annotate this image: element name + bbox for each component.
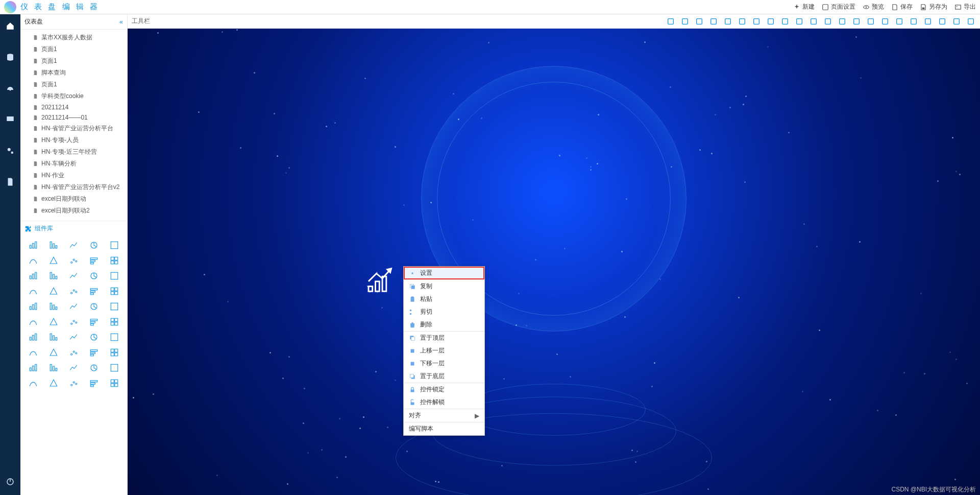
component-item[interactable] — [23, 315, 43, 329]
ctx-to-back[interactable]: 置于底层 — [404, 370, 484, 383]
ctx-unlock[interactable]: 控件解锁 — [404, 396, 484, 409]
component-item[interactable] — [44, 299, 63, 314]
tree-item[interactable]: HN·省管产业运营分析平台v2 — [20, 181, 127, 193]
component-item[interactable] — [23, 299, 43, 314]
pencil-button[interactable] — [666, 16, 676, 27]
collapse-sidebar-button[interactable]: « — [119, 18, 123, 26]
component-item[interactable] — [105, 330, 124, 344]
ctx-script[interactable]: 编写脚本 — [404, 422, 484, 435]
tree-item[interactable]: 20211214 — [20, 102, 127, 112]
tree-item[interactable]: HN·作业 — [20, 170, 127, 181]
back-button[interactable] — [880, 16, 890, 27]
component-item[interactable] — [105, 238, 124, 252]
export-button[interactable]: 导出 — [954, 3, 976, 11]
nav-data[interactable] — [6, 53, 15, 63]
tree-item[interactable]: 脚本查询 — [20, 67, 127, 79]
nav-home[interactable] — [6, 21, 15, 32]
delete-button[interactable] — [808, 16, 819, 27]
component-item[interactable] — [64, 361, 84, 375]
zoom-out-button[interactable] — [794, 16, 804, 27]
component-item[interactable] — [105, 315, 124, 329]
tree-item[interactable]: excel日期列联动2 — [20, 205, 127, 217]
component-item[interactable] — [44, 345, 63, 360]
copy-button[interactable] — [708, 16, 719, 27]
component-item[interactable] — [64, 315, 84, 329]
component-item[interactable] — [84, 315, 104, 329]
ctx-copy[interactable]: 复制 — [404, 280, 484, 293]
tree-item[interactable]: HN·专项-人员 — [20, 134, 127, 146]
component-item[interactable] — [44, 238, 63, 252]
component-item[interactable] — [23, 269, 43, 283]
tree-item[interactable]: 页面1 — [20, 55, 127, 67]
component-item[interactable] — [44, 253, 63, 268]
tree-item[interactable]: HN·专项-近三年经营 — [20, 146, 127, 158]
page-settings-button[interactable]: 页面设置 — [822, 3, 855, 11]
canvas[interactable]: 设置 复制 粘贴 剪切 删除 置于顶层 上移一层 下移一层 置于底层 控件锁定 … — [128, 29, 980, 495]
dist-h-button[interactable] — [937, 16, 947, 27]
component-item[interactable] — [84, 299, 104, 314]
new-button[interactable]: 新建 — [793, 3, 815, 11]
component-item[interactable] — [23, 238, 43, 252]
nav-settings[interactable] — [6, 146, 15, 157]
ctx-to-front[interactable]: 置于顶层 — [404, 332, 484, 344]
redo-button[interactable] — [694, 16, 704, 27]
component-item[interactable] — [84, 330, 104, 344]
component-item[interactable] — [64, 238, 84, 252]
component-item[interactable] — [64, 299, 84, 314]
component-item[interactable] — [105, 361, 124, 375]
tree-item[interactable]: 学科类型cookie — [20, 90, 127, 102]
component-item[interactable] — [44, 330, 63, 344]
component-item[interactable] — [64, 284, 84, 298]
component-item[interactable] — [44, 284, 63, 298]
component-item[interactable] — [23, 284, 43, 298]
tree-item[interactable]: HN·车辆分析 — [20, 158, 127, 170]
component-item[interactable] — [84, 345, 104, 360]
nav-screen[interactable] — [6, 115, 15, 126]
tree-item[interactable]: 20211214——01 — [20, 112, 127, 123]
dist-v-button[interactable] — [951, 16, 962, 27]
ctx-paste[interactable]: 粘贴 — [404, 293, 484, 305]
component-item[interactable] — [84, 376, 104, 390]
component-item[interactable] — [23, 345, 43, 360]
tree-item[interactable]: HN·省管产业运营分析平台 — [20, 123, 127, 134]
tree-item[interactable]: 页面1 — [20, 79, 127, 90]
component-item[interactable] — [44, 269, 63, 283]
up-button[interactable] — [851, 16, 862, 27]
component-item[interactable] — [64, 376, 84, 390]
lock-button[interactable] — [751, 16, 762, 27]
component-item[interactable] — [84, 253, 104, 268]
component-item[interactable] — [64, 253, 84, 268]
component-library-header[interactable]: 组件库 — [20, 221, 127, 236]
component-item[interactable] — [84, 361, 104, 375]
tree-item[interactable]: 页面1 — [20, 43, 127, 55]
ctx-lock[interactable]: 控件锁定 — [404, 383, 484, 396]
align-left-button[interactable] — [894, 16, 904, 27]
save-button[interactable]: 保存 — [891, 3, 913, 11]
component-item[interactable] — [44, 376, 63, 390]
down-button[interactable] — [866, 16, 876, 27]
component-item[interactable] — [105, 299, 124, 314]
front-button[interactable] — [837, 16, 847, 27]
component-item[interactable] — [105, 284, 124, 298]
tree-item[interactable]: 某市XX服务人数据 — [20, 32, 127, 43]
save-as-button[interactable]: 另存为 — [920, 3, 947, 11]
ctx-cut[interactable]: 剪切 — [404, 305, 484, 318]
component-item[interactable] — [23, 376, 43, 390]
component-item[interactable] — [105, 376, 124, 390]
selected-chart-widget[interactable] — [368, 266, 399, 294]
component-item[interactable] — [64, 330, 84, 344]
component-item[interactable] — [23, 361, 43, 375]
component-item[interactable] — [44, 315, 63, 329]
ctx-move-down[interactable]: 下移一层 — [404, 357, 484, 370]
nav-pdf[interactable] — [6, 177, 15, 188]
align-right-button[interactable] — [923, 16, 933, 27]
component-item[interactable] — [84, 238, 104, 252]
ctx-align[interactable]: 对齐▶ — [404, 409, 484, 422]
component-item[interactable] — [84, 284, 104, 298]
component-item[interactable] — [64, 345, 84, 360]
cut-button[interactable] — [723, 16, 733, 27]
component-item[interactable] — [64, 269, 84, 283]
component-item[interactable] — [105, 253, 124, 268]
tree-item[interactable]: excel日期列联动 — [20, 193, 127, 205]
component-item[interactable] — [84, 269, 104, 283]
